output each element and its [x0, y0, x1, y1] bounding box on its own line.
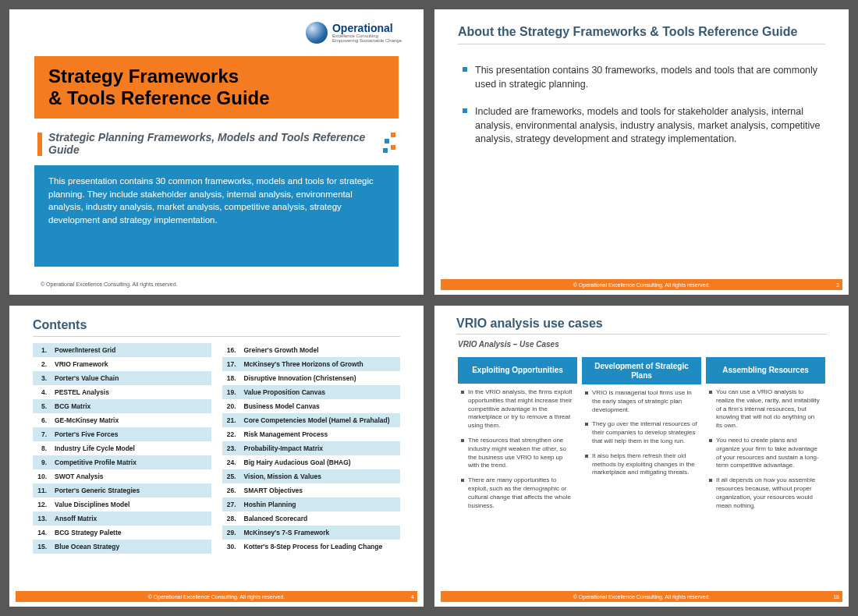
toc-label: Value Disciplines Model	[55, 501, 129, 508]
column-body: VRIO is managerial tool firms use in the…	[582, 384, 701, 477]
toc-num: 30.	[224, 543, 236, 551]
bullet-row: VRIO is managerial tool firms use in the…	[585, 389, 698, 414]
page-number: 18	[833, 594, 839, 600]
toc-label: Big Hairy Audacious Goal (BHAG)	[244, 458, 351, 466]
toc-num: 2.	[34, 360, 47, 368]
summary-text: This presentation contains 30 common fra…	[48, 176, 374, 225]
toc-num: 29.	[224, 529, 236, 536]
square-bullet-icon	[463, 108, 467, 113]
bullet-row: Included are frameworks, models and tool…	[463, 105, 821, 147]
bullet-row: The resources that strengthen one indust…	[461, 437, 574, 470]
toc-label: Porter's Value Chain	[55, 374, 119, 382]
bullet-row: They go over the internal resources of t…	[585, 420, 698, 445]
slide-title: VRIO analysis use cases	[456, 317, 603, 331]
bullet-row: There are many opportunities to exploit,…	[461, 476, 574, 510]
bullet-text: This presentation contains 30 frameworks…	[475, 64, 821, 91]
slide-1-title: Operational Excellence Consulting Empowe…	[9, 9, 424, 295]
toc-num: 21.	[224, 416, 236, 424]
bullet-row: It all depends on how you assemble resou…	[709, 476, 822, 510]
subheading: VRIO Analysis – Use Cases	[458, 340, 559, 349]
brand-name: Operational	[332, 23, 402, 34]
toc-label: Balanced Scorecard	[244, 515, 308, 522]
toc-num: 13.	[34, 515, 47, 522]
bullet-text: VRIO is managerial tool firms use in the…	[592, 389, 698, 414]
toc-num: 5.	[34, 402, 47, 410]
toc-label: PESTEL Analysis	[55, 388, 109, 396]
bullet-text: There are many opportunities to exploit,…	[468, 476, 574, 510]
toc-label: Value Proposition Canvas	[244, 388, 325, 396]
square-bullet-icon	[461, 479, 464, 482]
toc-row: 22.Risk Management Process	[222, 427, 401, 441]
square-bullet-icon	[585, 391, 588, 395]
toc-row: 9.Competitive Profile Matrix	[33, 455, 211, 469]
toc-label: Porter's Five Forces	[55, 430, 118, 438]
toc-num: 6.	[34, 416, 47, 424]
toc-label: Competitive Profile Matrix	[55, 458, 136, 466]
columns: Exploiting OpportunitiesIn the VRIO anal…	[458, 357, 825, 516]
globe-icon	[306, 22, 328, 44]
toc-row: 10.SWOT Analysis	[33, 469, 211, 483]
square-bullet-icon	[461, 391, 464, 394]
toc-row: 25.Vision, Mission & Values	[222, 469, 401, 483]
toc-grid: 1.Power/Interest Grid2.VRIO Framework3.P…	[33, 343, 400, 554]
column-head: Development of Strategic Plans	[582, 357, 701, 384]
toc-num: 9.	[34, 458, 47, 466]
toc-row: 15.Blue Ocean Strategy	[33, 540, 211, 554]
toc-num: 28.	[224, 515, 236, 522]
square-bullet-icon	[709, 391, 712, 394]
brand-logo: Operational Excellence Consulting Empowe…	[306, 22, 402, 44]
bullet-text: In the VRIO analysis, the firms exploit …	[468, 388, 574, 430]
brand-sub2: Empowering Sustainable Change	[332, 38, 402, 43]
toc-row: 1.Power/Interest Grid	[33, 343, 211, 357]
footer-copyright: © Operational Excellence Consulting. All…	[573, 594, 711, 600]
toc-row: 24.Big Hairy Audacious Goal (BHAG)	[222, 455, 401, 469]
toc-label: McKinsey's Three Horizons of Growth	[244, 360, 363, 368]
toc-row: 30.Kotter's 8-Step Process for Leading C…	[222, 540, 401, 554]
toc-row: 14.BCG Strategy Palette	[33, 526, 211, 540]
toc-label: Porter's Generic Strategies	[55, 487, 140, 494]
toc-label: Probability-Impact Matrix	[244, 444, 324, 452]
footer-bar: © Operational Excellence Consulting. All…	[441, 591, 842, 602]
square-bullet-icon	[585, 455, 588, 458]
toc-num: 16.	[224, 346, 236, 354]
toc-label: Hoshin Planning	[244, 501, 296, 508]
bullet-text: You can use a VRIO analysis to realize t…	[716, 388, 822, 430]
toc-label: Vision, Mission & Values	[244, 473, 322, 480]
footer-bar: © Operational Excellence Consulting. All…	[16, 591, 417, 602]
toc-row: 27.Hoshin Planning	[222, 497, 401, 512]
bullet-row: You can use a VRIO analysis to realize t…	[709, 388, 822, 430]
bullet-row: This presentation contains 30 frameworks…	[463, 64, 821, 91]
toc-num: 10.	[34, 473, 47, 480]
toc-row: 28.Balanced Scorecard	[222, 512, 401, 526]
divider	[456, 334, 827, 335]
toc-label: Core Competencies Model (Hamel & Prahala…	[244, 416, 390, 424]
toc-label: BCG Strategy Palette	[55, 529, 122, 536]
accent-bar	[37, 133, 42, 156]
subtitle: Strategic Planning Frameworks, Models an…	[48, 131, 385, 156]
toc-label: BCG Matrix	[55, 402, 90, 410]
toc-label: Ansoff Matrix	[55, 515, 97, 522]
square-bullet-icon	[585, 423, 588, 426]
toc-label: Risk Management Process	[244, 430, 328, 438]
toc-label: Greiner's Growth Model	[244, 346, 319, 354]
toc-label: Business Model Canvas	[244, 402, 320, 410]
bullet-text: Included are frameworks, models and tool…	[475, 105, 821, 147]
toc-label: Blue Ocean Strategy	[55, 543, 119, 551]
square-bullet-icon	[709, 479, 712, 482]
bullet-row: It also helps them refresh their old met…	[585, 452, 698, 477]
toc-num: 7.	[34, 430, 47, 438]
toc-row: 5.BCG Matrix	[33, 399, 211, 413]
toc-num: 20.	[224, 402, 236, 410]
toc-num: 15.	[34, 543, 47, 551]
toc-num: 17.	[224, 360, 236, 368]
vrio-column: Assembling ResourcesYou can use a VRIO a…	[706, 357, 825, 516]
toc-row: 11.Porter's Generic Strategies	[33, 483, 211, 497]
slide-4-vrio: VRIO analysis use cases VRIO Analysis – …	[434, 306, 849, 607]
toc-row: 12.Value Disciplines Model	[33, 497, 211, 512]
toc-label: McKinsey's 7-S Framework	[244, 529, 330, 536]
toc-num: 8.	[34, 444, 47, 452]
toc-row: 18.Disruptive Innovation (Christensen)	[222, 371, 401, 385]
toc-row: 29.McKinsey's 7-S Framework	[222, 526, 401, 540]
toc-num: 4.	[34, 388, 47, 396]
square-bullet-icon	[709, 439, 712, 442]
